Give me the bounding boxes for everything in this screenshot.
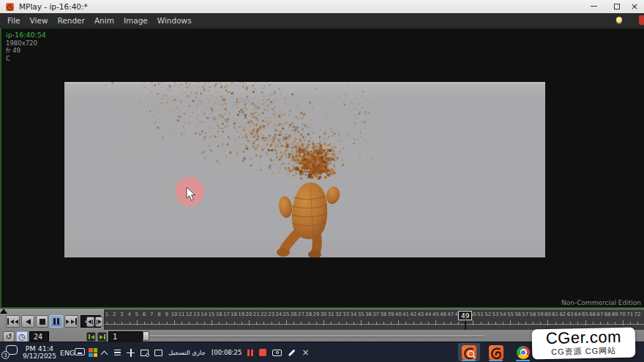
recorder-draw-button[interactable] <box>288 349 296 356</box>
menu-windows[interactable]: Windows <box>157 16 192 25</box>
recording-elapsed-label: [00:08:25 <box>211 349 242 356</box>
stop-button[interactable] <box>36 315 48 328</box>
menu-bar: File View Render Anim Image Windows <box>0 13 644 28</box>
houdini-app-icon <box>6 3 14 11</box>
timeline-playhead[interactable]: 49 <box>458 311 472 320</box>
character-figure <box>277 182 341 257</box>
title-bar: MPlay - ip-16:40:* × <box>0 0 644 13</box>
language-indicator[interactable]: ENG <box>60 349 75 357</box>
touch-keyboard-icon[interactable] <box>75 348 85 355</box>
recorder-screenshot-button[interactable] <box>272 350 282 356</box>
cger-watermark: CGer.com CG资源 CG网站 <box>532 328 636 360</box>
pause-button[interactable] <box>50 315 63 328</box>
screen-recorder-toolbar: جاري التسجيل [00:08:25 × <box>114 342 309 362</box>
recording-status-label: جاري التسجيل <box>168 349 206 356</box>
particle-cloud <box>105 82 375 181</box>
taskbar-clock[interactable]: PM 41:4 9/12/2025 <box>20 344 59 361</box>
hidden-icons-chevron[interactable] <box>101 351 108 358</box>
menu-file[interactable]: File <box>7 16 20 25</box>
minimize-button[interactable] <box>585 1 602 12</box>
move-region-icon[interactable] <box>127 349 135 357</box>
channel-label: C <box>6 55 46 63</box>
zoom-region-icon[interactable] <box>141 350 149 356</box>
range-slider-track[interactable] <box>150 336 484 337</box>
taskbar-time: PM 41:4 <box>20 344 59 352</box>
menu-render[interactable]: Render <box>58 16 85 25</box>
timeline-ruler[interactable]: 1234567891011121314151617181920212223242… <box>104 309 644 330</box>
recorder-pause-button[interactable] <box>247 350 253 356</box>
maximize-button[interactable] <box>609 1 625 12</box>
fps-input[interactable] <box>29 331 49 342</box>
play-backward-button[interactable] <box>21 315 34 328</box>
viewport-info-overlay: ip-16:40:54 1980x720 fr 49 C <box>6 31 46 62</box>
clipped-red-icon <box>639 15 644 25</box>
jump-to-start-button[interactable] <box>6 315 20 328</box>
range-start-button[interactable] <box>86 332 96 342</box>
recorder-stop-button[interactable] <box>259 349 266 356</box>
mplay-taskbar-icon <box>462 345 476 360</box>
jump-to-end-button[interactable] <box>64 315 78 328</box>
realtime-clock-button[interactable]: ◷ <box>16 331 28 342</box>
mplay-window: MPlay - ip-16:40:* × File View Render An… <box>0 0 644 362</box>
close-button[interactable]: × <box>626 1 643 12</box>
hint-bulb-icon[interactable] <box>616 17 622 23</box>
watermark-title: CGer.com <box>532 328 635 348</box>
range-end-button[interactable] <box>97 332 107 342</box>
step-forward-button[interactable] <box>95 317 103 327</box>
chrome-taskbar-icon <box>517 346 530 359</box>
houdini-taskbar-icon <box>489 345 503 360</box>
menu-view[interactable]: View <box>30 16 48 25</box>
notification-count-badge[interactable]: 3 <box>1 351 10 359</box>
loop-mode-button[interactable]: ↺ <box>3 331 15 342</box>
menu-anim[interactable]: Anim <box>94 16 114 25</box>
taskbar-app-chrome[interactable] <box>512 343 534 361</box>
taskbar-apps <box>458 343 534 362</box>
image-top-highlight <box>64 82 545 84</box>
resolution-label: 1980x720 <box>6 39 46 48</box>
edition-label: Non-Commercial Edition <box>561 299 641 306</box>
windows-logo-icon[interactable] <box>89 348 97 357</box>
taskbar-app-mplay[interactable] <box>458 343 480 361</box>
range-start-input[interactable] <box>108 331 143 342</box>
left-edge-marker <box>0 309 7 314</box>
window-title: MPlay - ip-16:40:* <box>19 2 88 11</box>
recorder-menu-icon[interactable] <box>114 350 121 356</box>
frame-label: fr 49 <box>6 47 46 55</box>
rendered-image[interactable] <box>64 82 545 257</box>
image-viewport: ip-16:40:54 1980x720 fr 49 C <box>0 28 644 309</box>
step-back-button[interactable] <box>86 317 94 327</box>
sequence-name-label: ip-16:40:54 <box>6 31 46 39</box>
taskbar-date: 9/12/2025 <box>20 352 59 361</box>
select-region-icon[interactable] <box>154 350 162 356</box>
menu-image[interactable]: Image <box>124 16 148 25</box>
taskbar-app-houdini[interactable] <box>485 343 507 361</box>
range-slider-handle[interactable] <box>143 331 149 341</box>
recorder-close-button[interactable]: × <box>302 348 309 357</box>
